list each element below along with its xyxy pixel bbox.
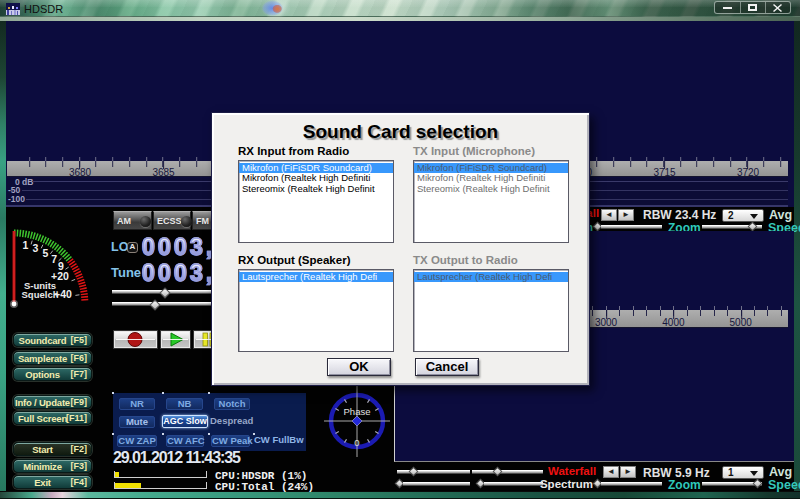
svg-text:3: 3: [33, 242, 39, 254]
svg-text:0: 0: [354, 437, 359, 448]
svg-text:1: 1: [22, 239, 28, 251]
svg-text:Phase: Phase: [344, 406, 371, 417]
svg-text:7: 7: [51, 253, 57, 265]
svg-text:5: 5: [42, 247, 48, 259]
svg-text:Squelch: Squelch: [22, 289, 59, 300]
